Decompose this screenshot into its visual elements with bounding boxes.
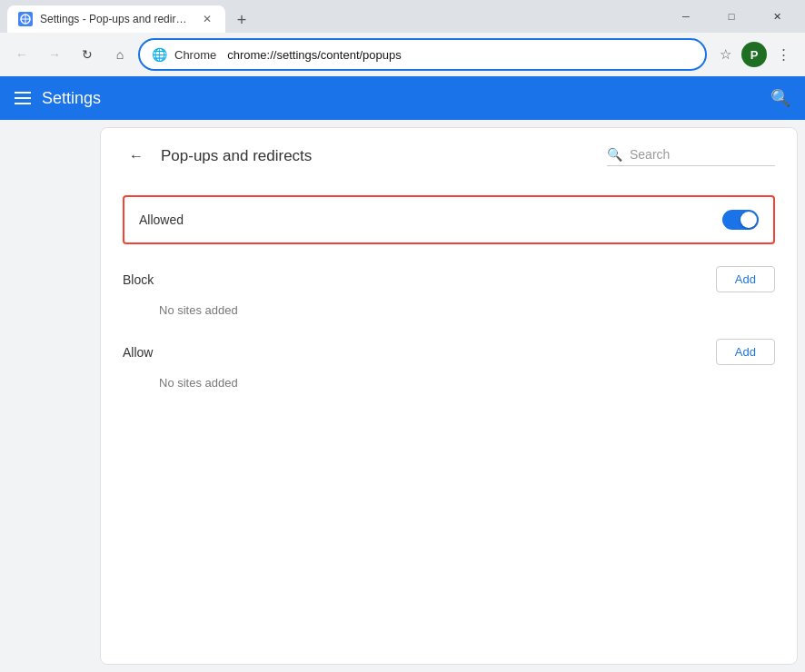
- tab-close-button[interactable]: ✕: [200, 12, 214, 26]
- tab-strip: Settings - Pop-ups and redirects ✕ +: [7, 0, 665, 33]
- address-label: Chrome: [174, 48, 216, 62]
- back-button[interactable]: ←: [7, 40, 36, 69]
- allowed-label: Allowed: [139, 212, 184, 227]
- settings-title: Settings: [42, 89, 101, 108]
- refresh-button[interactable]: ↻: [73, 40, 102, 69]
- title-bar: Settings - Pop-ups and redirects ✕ + ─ □…: [0, 0, 805, 33]
- window-controls: ─ □ ✕: [665, 2, 798, 31]
- refresh-icon: ↻: [82, 47, 93, 62]
- profile-avatar[interactable]: P: [741, 42, 767, 67]
- settings-header-left: Settings: [15, 89, 101, 108]
- more-icon: ⋮: [777, 46, 790, 63]
- page-header-left: ← Pop-ups and redirects: [123, 143, 312, 170]
- hamburger-menu[interactable]: [15, 92, 31, 104]
- star-icon: ☆: [720, 46, 731, 63]
- close-button[interactable]: ✕: [756, 2, 798, 31]
- active-tab[interactable]: Settings - Pop-ups and redirects ✕: [7, 5, 225, 33]
- search-input[interactable]: [630, 147, 775, 162]
- block-add-button[interactable]: Add: [716, 266, 775, 292]
- settings-search-button[interactable]: 🔍: [770, 88, 790, 108]
- maximize-button[interactable]: □: [711, 2, 752, 31]
- block-section-title: Block: [123, 272, 154, 287]
- search-icon: 🔍: [770, 89, 790, 107]
- nav-right-icons: ☆ P ⋮: [711, 40, 798, 69]
- allow-section-title: Allow: [123, 345, 153, 360]
- globe-icon: 🌐: [151, 46, 167, 63]
- block-section-header: Block Add: [123, 266, 775, 292]
- allow-no-sites: No sites added: [123, 376, 775, 390]
- search-box: 🔍: [607, 147, 775, 166]
- allow-add-button[interactable]: Add: [716, 339, 775, 365]
- block-no-sites: No sites added: [123, 303, 775, 317]
- address-url: chrome://settings/content/popups: [227, 48, 694, 62]
- back-icon: ←: [15, 47, 28, 62]
- allowed-toggle[interactable]: [722, 210, 759, 230]
- allowed-section: Allowed: [123, 195, 775, 244]
- star-button[interactable]: ☆: [711, 40, 740, 69]
- tab-favicon: [18, 12, 33, 26]
- nav-bar: ← → ↻ ⌂ 🌐 Chrome chrome://settings/conte…: [0, 33, 805, 76]
- page-header: ← Pop-ups and redirects 🔍: [123, 143, 775, 177]
- home-icon: ⌂: [116, 47, 124, 62]
- sidebar: [0, 120, 100, 672]
- forward-icon: →: [48, 47, 61, 62]
- settings-header: Settings 🔍: [0, 76, 805, 120]
- address-bar[interactable]: 🌐 Chrome chrome://settings/content/popup…: [138, 38, 707, 71]
- toggle-wrap: [722, 210, 759, 230]
- page-title: Pop-ups and redirects: [161, 147, 312, 165]
- block-section: Block Add No sites added: [123, 266, 775, 317]
- content-area: ← Pop-ups and redirects 🔍 Allowed Block …: [0, 120, 805, 672]
- forward-button[interactable]: →: [40, 40, 69, 69]
- page-back-button[interactable]: ←: [123, 143, 150, 170]
- tab-title: Settings - Pop-ups and redirects: [40, 13, 193, 25]
- new-tab-button[interactable]: +: [229, 7, 254, 33]
- main-content: ← Pop-ups and redirects 🔍 Allowed Block …: [100, 127, 798, 665]
- toggle-knob: [740, 212, 757, 228]
- minimize-button[interactable]: ─: [665, 2, 707, 31]
- home-button[interactable]: ⌂: [105, 40, 134, 69]
- more-button[interactable]: ⋮: [769, 40, 798, 69]
- allow-section: Allow Add No sites added: [123, 339, 775, 390]
- allow-section-header: Allow Add: [123, 339, 775, 365]
- search-icon-small: 🔍: [607, 147, 622, 162]
